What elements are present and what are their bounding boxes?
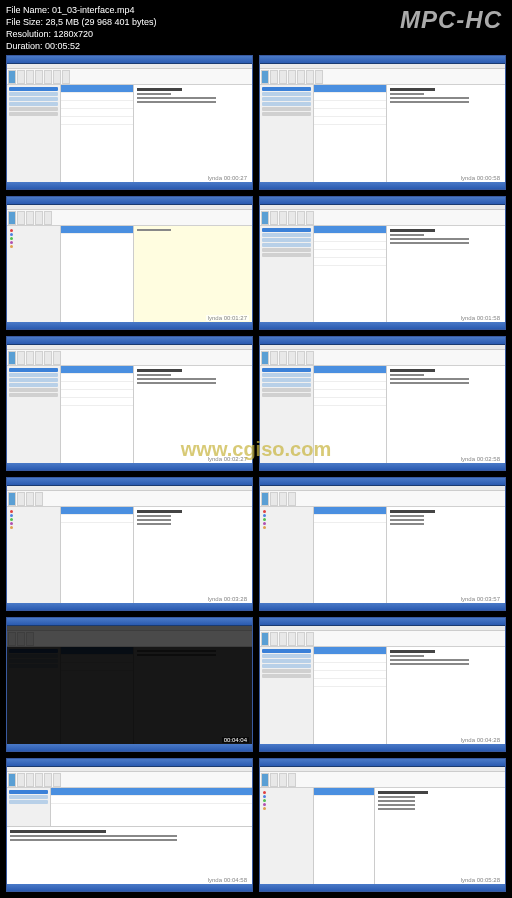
status-bar	[7, 463, 252, 470]
ribbon-toolbar	[7, 631, 252, 647]
reading-pane-bottom	[7, 826, 252, 884]
contact-list	[314, 507, 388, 604]
window-titlebar	[7, 759, 252, 767]
timestamp-overlay: lynda 00:02:58	[459, 456, 502, 462]
reading-pane	[134, 507, 252, 604]
duration-label: Duration:	[6, 41, 43, 51]
message-list	[61, 226, 135, 323]
window-titlebar	[7, 337, 252, 345]
timestamp-overlay: lynda 00:04:28	[459, 737, 502, 743]
status-bar	[260, 322, 505, 329]
message-list	[61, 647, 135, 744]
folder-sidebar	[7, 366, 61, 463]
ribbon-toolbar	[260, 491, 505, 507]
ribbon-toolbar	[260, 69, 505, 85]
window-titlebar	[260, 618, 505, 626]
ribbon-toolbar	[260, 210, 505, 226]
thumbnail[interactable]: lynda 00:04:58	[6, 758, 253, 893]
ribbon-toolbar	[260, 631, 505, 647]
reading-pane	[134, 85, 252, 182]
thumbnail[interactable]: lynda 00:05:28	[259, 758, 506, 893]
timestamp-overlay: lynda 00:00:27	[206, 175, 249, 181]
reading-pane	[134, 647, 252, 744]
thumbnail[interactable]: lynda 00:01:58	[259, 196, 506, 331]
folder-sidebar	[260, 788, 314, 885]
timestamp-overlay: lynda 00:05:28	[459, 877, 502, 883]
window-titlebar	[260, 478, 505, 486]
window-titlebar	[7, 56, 252, 64]
reading-pane	[387, 85, 505, 182]
reading-pane	[134, 366, 252, 463]
status-bar	[260, 884, 505, 891]
message-list	[314, 647, 388, 744]
thumbnail[interactable]: lynda 00:03:57	[259, 477, 506, 612]
status-bar	[260, 182, 505, 189]
window-titlebar	[7, 197, 252, 205]
folder-sidebar	[260, 85, 314, 182]
reading-pane	[387, 507, 505, 604]
folder-sidebar	[260, 366, 314, 463]
ribbon-toolbar	[7, 491, 252, 507]
thumbnail[interactable]: lynda 00:02:58	[259, 336, 506, 471]
ribbon-toolbar	[260, 350, 505, 366]
timestamp-overlay: lynda 00:00:58	[459, 175, 502, 181]
ribbon-toolbar	[7, 210, 252, 226]
thumbnail[interactable]: lynda 00:00:27	[6, 55, 253, 190]
status-bar	[260, 463, 505, 470]
thumbnail[interactable]: lynda 00:02:27	[6, 336, 253, 471]
timestamp-overlay: lynda 00:01:27	[206, 315, 249, 321]
file-size-value: 28,5 MB (29 968 401 bytes)	[46, 17, 157, 27]
folder-sidebar	[7, 788, 51, 827]
status-bar	[260, 744, 505, 751]
resolution-label: Resolution:	[6, 29, 51, 39]
status-bar	[7, 884, 252, 891]
resolution-value: 1280x720	[54, 29, 94, 39]
ribbon-toolbar	[7, 772, 252, 788]
window-titlebar	[7, 618, 252, 626]
file-name-value: 01_03-interface.mp4	[52, 5, 135, 15]
window-titlebar	[7, 478, 252, 486]
thumbnail[interactable]: lynda 00:04:28	[259, 617, 506, 752]
window-titlebar	[260, 56, 505, 64]
file-info-overlay: File Name: 01_03-interface.mp4 File Size…	[6, 4, 157, 52]
message-list	[61, 366, 135, 463]
timestamp-overlay: lynda 00:01:58	[459, 315, 502, 321]
ribbon-toolbar	[7, 350, 252, 366]
status-bar	[7, 744, 252, 751]
status-bar	[7, 182, 252, 189]
timestamp-overlay: 00:04:04	[222, 737, 249, 743]
thumbnail[interactable]: 00:04:04	[6, 617, 253, 752]
reading-pane	[134, 226, 252, 323]
status-bar	[7, 322, 252, 329]
message-list	[61, 85, 135, 182]
contact-form	[375, 788, 505, 885]
window-titlebar	[260, 197, 505, 205]
thumbnail-grid: lynda 00:00:27 lynda 00:00:58	[0, 0, 512, 898]
ribbon-toolbar	[7, 69, 252, 85]
timestamp-overlay: lynda 00:02:27	[206, 456, 249, 462]
timestamp-overlay: lynda 00:03:28	[206, 596, 249, 602]
folder-sidebar	[7, 647, 61, 744]
thumbnail[interactable]: lynda 00:01:27	[6, 196, 253, 331]
status-bar	[260, 603, 505, 610]
message-list	[314, 226, 388, 323]
folder-sidebar	[7, 226, 61, 323]
contact-list	[314, 788, 375, 885]
reading-pane	[387, 226, 505, 323]
message-list	[51, 788, 252, 827]
status-bar	[7, 603, 252, 610]
reading-pane	[387, 366, 505, 463]
thumbnail[interactable]: lynda 00:00:58	[259, 55, 506, 190]
window-titlebar	[260, 337, 505, 345]
file-size-label: File Size:	[6, 17, 43, 27]
folder-sidebar	[260, 226, 314, 323]
reading-pane	[387, 647, 505, 744]
file-name-label: File Name:	[6, 5, 50, 15]
message-list	[314, 85, 388, 182]
thumbnail[interactable]: lynda 00:03:28	[6, 477, 253, 612]
duration-value: 00:05:52	[45, 41, 80, 51]
ribbon-toolbar	[260, 772, 505, 788]
folder-sidebar	[7, 507, 61, 604]
player-logo: MPC-HC	[400, 6, 502, 34]
folder-sidebar	[7, 85, 61, 182]
